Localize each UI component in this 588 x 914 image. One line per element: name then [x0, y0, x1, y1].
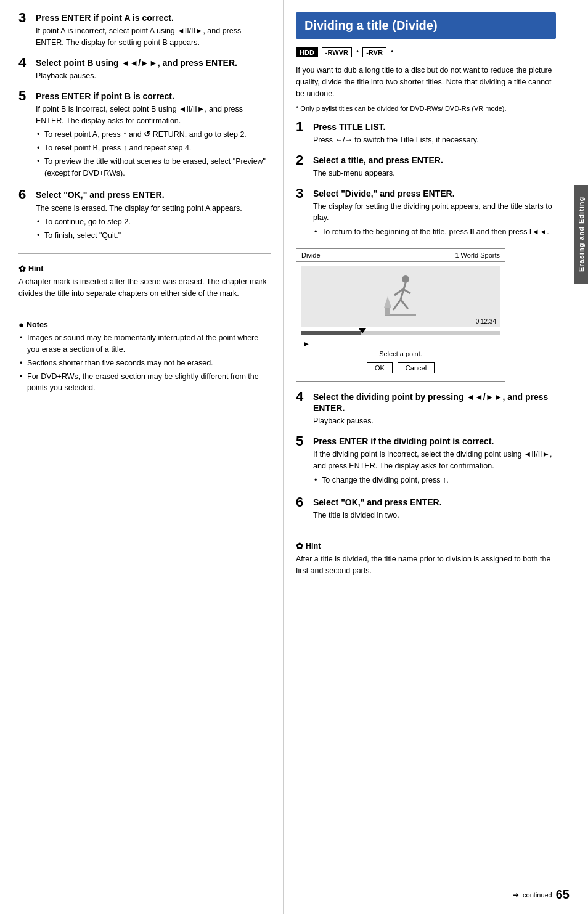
step-title-1-right: Press TITLE LIST.	[313, 121, 556, 133]
notes-title-left: ● Notes	[18, 319, 271, 330]
svg-marker-8	[384, 296, 391, 308]
continued-arrow: ➜	[513, 891, 519, 899]
mockup-timestamp: 0:12:34	[476, 318, 496, 325]
step-body-5-left: If point B is incorrect, select point B …	[36, 104, 271, 127]
mockup-header: Divide 1 World Sports	[296, 249, 505, 262]
mockup-cancel-button[interactable]: Cancel	[398, 362, 435, 373]
step-title-5-right: Press ENTER if the dividing point is cor…	[313, 436, 556, 447]
bullet-5-3-left: To preview the title without scenes to b…	[36, 156, 271, 179]
divider-1-left	[18, 253, 271, 254]
bullet-5-2-left: To reset point B, press ↑ and repeat ste…	[36, 142, 271, 154]
section-header-right: Dividing a title (Divide)	[296, 12, 556, 39]
notes-bullets-left: Images or sound may be momentarily inter…	[18, 332, 271, 394]
step-number-4-right: 4	[296, 390, 313, 404]
bullet-3-1-right: To return to the beginning of the title,…	[313, 226, 556, 238]
step-number-5-right: 5	[296, 435, 313, 448]
bullet-6-1-left: To continue, go to step 2.	[36, 216, 271, 228]
step-content-6-right: Select "OK," and press ENTER. The title …	[313, 497, 556, 521]
step-content-6-left: Select "OK," and press ENTER. The scene …	[36, 189, 271, 243]
badge-rvr: -RVR	[362, 47, 386, 57]
step-number-4-left: 4	[18, 56, 36, 70]
step-body-4-left: Playback pauses.	[36, 70, 271, 82]
step-content-5-right: Press ENTER if the dividing point is cor…	[313, 436, 556, 488]
step-number-5-left: 5	[18, 89, 36, 103]
step-6-left: 6 Select "OK," and press ENTER. The scen…	[18, 189, 271, 243]
step-title-3-left: Press ENTER if point A is correct.	[36, 12, 271, 23]
step-content-1-right: Press TITLE LIST. Press ←/→ to switch th…	[313, 121, 556, 146]
step-3-right: 3 Select "Divide," and press ENTER. The …	[296, 188, 556, 240]
step-3-left: 3 Press ENTER if point A is correct. If …	[18, 12, 271, 49]
notes-section-left: ● Notes Images or sound may be momentari…	[18, 319, 271, 394]
step-3-right-bullets: To return to the beginning of the title,…	[313, 226, 556, 238]
step-body-6-right: The title is divided in two.	[313, 510, 556, 521]
asterisk-2: *	[391, 49, 393, 56]
step-2-right: 2 Select a title, and press ENTER. The s…	[296, 155, 556, 179]
step-6-right: 6 Select "OK," and press ENTER. The titl…	[296, 497, 556, 521]
mockup-playhead	[359, 328, 366, 333]
step-title-5-left: Press ENTER if point B is correct.	[36, 91, 271, 102]
mockup-header-left: Divide	[301, 251, 321, 259]
step-5-right: 5 Press ENTER if the dividing point is c…	[296, 436, 556, 488]
note-1-left: Images or sound may be momentarily inter…	[18, 332, 271, 356]
svg-line-3	[401, 300, 408, 309]
footer: ➜ continued 65	[513, 887, 570, 902]
step-body-1-right: Press ←/→ to switch the Title Lists, if …	[313, 134, 556, 146]
step-6-left-bullets: To continue, go to step 2. To finish, se…	[36, 216, 271, 242]
asterisk-note-right: * Only playlist titles can be divided fo…	[296, 104, 556, 113]
svg-line-2	[393, 300, 401, 310]
step-number-6-left: 6	[18, 188, 36, 202]
step-content-4-right: Select the dividing point by pressing ◄◄…	[313, 391, 556, 427]
hint-label-left: Hint	[28, 264, 43, 273]
step-number-6-right: 6	[296, 496, 313, 509]
mockup-bar-fill	[301, 331, 361, 335]
divider-1-right	[296, 531, 556, 531]
notes-icon-left: ●	[18, 319, 24, 330]
bullet-6-2-left: To finish, select "Quit."	[36, 230, 271, 242]
step-content-3-left: Press ENTER if point A is correct. If po…	[36, 12, 271, 49]
right-column: Dividing a title (Divide) HDD -RWVR * -R…	[284, 0, 574, 914]
step-body-3-right: The display for setting the dividing poi…	[313, 201, 556, 224]
asterisk-1: *	[356, 49, 359, 56]
badge-rwvr: -RWVR	[322, 47, 352, 57]
step-4-right: 4 Select the dividing point by pressing …	[296, 391, 556, 427]
intro-text-right: If you want to dub a long title to a dis…	[296, 65, 556, 99]
step-title-4-left: Select point B using ◄◄/►►, and press EN…	[36, 57, 271, 68]
svg-point-0	[402, 275, 409, 283]
hint-label-right: Hint	[306, 542, 321, 550]
side-tab: Erasing and Editing	[574, 185, 588, 284]
step-title-3-right: Select "Divide," and press ENTER.	[313, 188, 556, 199]
bullet-5-1-right: To change the dividing point, press ↑.	[313, 475, 556, 486]
step-content-5-left: Press ENTER if point B is correct. If po…	[36, 91, 271, 181]
mockup-label: Select a point.	[301, 350, 500, 357]
mockup-header-right: 1 World Sports	[455, 251, 500, 259]
hint-icon-right: ✿	[296, 541, 303, 551]
bullet-5-1-left: To reset point A, press ↑ and ↺ RETURN, …	[36, 129, 271, 141]
step-number-3-right: 3	[296, 187, 313, 200]
step-1-right: 1 Press TITLE LIST. Press ←/→ to switch …	[296, 121, 556, 146]
mockup-progress-bar	[301, 331, 500, 335]
step-number-3-left: 3	[18, 11, 36, 25]
note-3-left: For DVD+RWs, the erased section may be s…	[18, 371, 271, 394]
step-body-4-right: Playback pauses.	[313, 415, 556, 427]
step-title-6-right: Select "OK," and press ENTER.	[313, 497, 556, 508]
mockup-content: 0:12:34 ▶ Select a point. OK Cancel	[296, 262, 505, 381]
step-body-5-right: If the dividing point is incorrect, sele…	[313, 449, 556, 472]
badge-hdd: HDD	[296, 47, 318, 57]
step-content-2-right: Select a title, and press ENTER. The sub…	[313, 155, 556, 179]
step-body-6-left: The scene is erased. The display for set…	[36, 203, 271, 214]
step-content-3-right: Select "Divide," and press ENTER. The di…	[313, 188, 556, 240]
mockup-figure-svg	[382, 272, 419, 321]
notes-label-left: Notes	[27, 320, 48, 329]
hint-icon-left: ✿	[18, 264, 26, 274]
hint-section-left: ✿ Hint A chapter mark is inserted after …	[18, 264, 271, 300]
hint-body-right: After a title is divided, the title name…	[296, 553, 556, 577]
mockup-buttons: OK Cancel	[301, 360, 500, 377]
step-number-2-right: 2	[296, 153, 313, 167]
divider-2-left	[18, 309, 271, 309]
ui-mockup: Divide 1 World Sports	[296, 248, 505, 382]
format-badges: HDD -RWVR * -RVR *	[296, 47, 556, 57]
mockup-ok-button[interactable]: OK	[367, 362, 393, 373]
continued-label: continued	[523, 891, 552, 899]
step-5-left: 5 Press ENTER if point B is correct. If …	[18, 91, 271, 181]
step-5-left-bullets: To reset point A, press ↑ and ↺ RETURN, …	[36, 129, 271, 179]
